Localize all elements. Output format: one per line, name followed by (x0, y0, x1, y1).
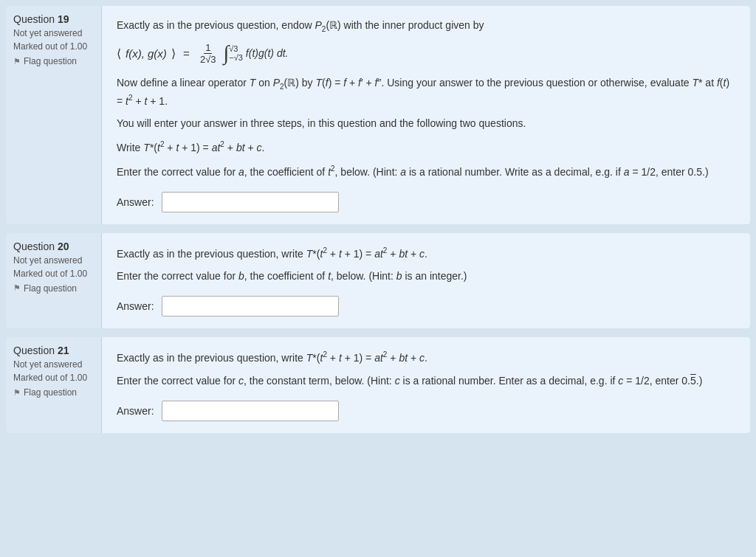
question-21-answer-label: Answer: (117, 405, 154, 417)
question-19-block: Question 19 Not yet answered Marked out … (6, 6, 750, 224)
question-21-answer-row: Answer: (117, 401, 735, 421)
question-20-status: Not yet answered (13, 255, 94, 266)
question-20-answer-row: Answer: (117, 296, 735, 316)
question-21-block: Question 21 Not yet answered Marked out … (6, 337, 750, 433)
question-20-para2: Enter the correct value for b, the coeff… (117, 269, 735, 284)
question-20-block: Question 20 Not yet answered Marked out … (6, 233, 750, 329)
question-21-marked: Marked out of 1.00 (13, 373, 94, 383)
question-21-sidebar: Question 21 Not yet answered Marked out … (6, 337, 102, 433)
question-19-flag-button[interactable]: ⚑ Flag question (13, 56, 77, 66)
flag-icon-21: ⚑ (13, 388, 21, 398)
question-21-flag-button[interactable]: ⚑ Flag question (13, 387, 77, 398)
question-19-content: Exactly as in the previous question, end… (102, 6, 750, 224)
flag-label-21: Flag question (24, 387, 77, 398)
question-19-answer-input[interactable] (162, 192, 339, 212)
question-20-answer-input[interactable] (162, 296, 339, 316)
question-21-status: Not yet answered (13, 359, 94, 370)
question-19-formula: ⟨ f(x), g(x) ⟩ = 1 2√3 ∫ √3 −√3 f(t)g(t)… (117, 42, 735, 65)
flag-label-20: Flag question (24, 283, 77, 294)
question-21-para2: Enter the correct value for c, the const… (117, 373, 735, 389)
question-20-number: Question 20 (13, 241, 94, 252)
question-19-intro: Exactly as in the previous question, end… (117, 18, 735, 35)
flag-label: Flag question (24, 56, 77, 66)
flag-icon-20: ⚑ (13, 283, 21, 293)
question-19-answer-label: Answer: (117, 196, 154, 208)
question-21-answer-input[interactable] (162, 401, 339, 421)
question-21-para1: Exactly as in the previous question, wri… (117, 349, 735, 366)
question-20-content: Exactly as in the previous question, wri… (102, 233, 750, 329)
flag-icon: ⚑ (13, 57, 21, 66)
question-20-sidebar: Question 20 Not yet answered Marked out … (6, 233, 102, 329)
question-21-content: Exactly as in the previous question, wri… (102, 337, 750, 433)
question-21-number: Question 21 (13, 345, 94, 356)
question-20-marked: Marked out of 1.00 (13, 269, 94, 279)
question-19-para3: Write T*(t2 + t + 1) = at2 + bt + c. (117, 139, 735, 156)
question-19-marked: Marked out of 1.00 (13, 41, 94, 52)
question-19-para4: Enter the correct value for a, the coeff… (117, 163, 735, 180)
question-19-answer-row: Answer: (117, 192, 735, 212)
question-19-sidebar: Question 19 Not yet answered Marked out … (6, 6, 102, 224)
question-19-para2: You will enter your answer in three step… (117, 116, 735, 131)
question-19-status: Not yet answered (13, 28, 94, 38)
question-20-flag-button[interactable]: ⚑ Flag question (13, 283, 77, 294)
question-19-para1: Now define a linear operator T on P2(ℝ) … (117, 75, 735, 108)
question-20-para1: Exactly as in the previous question, wri… (117, 245, 735, 262)
question-19-number: Question 19 (13, 13, 94, 25)
question-20-answer-label: Answer: (117, 300, 154, 312)
